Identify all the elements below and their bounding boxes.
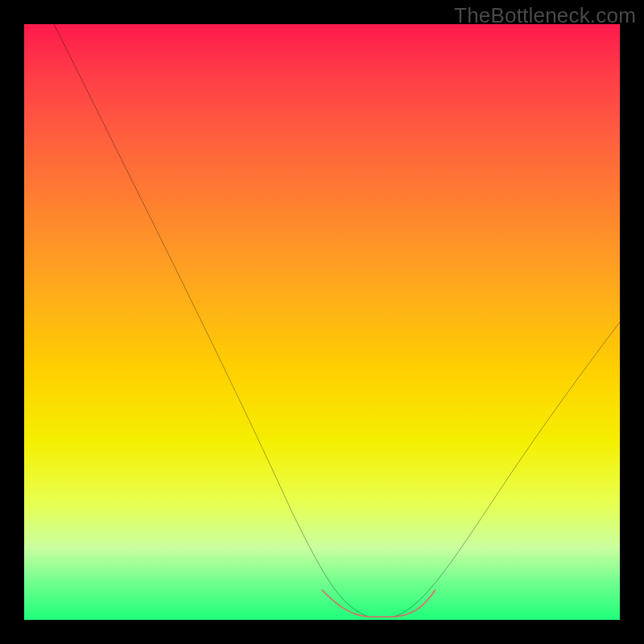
chart-frame: TheBottleneck.com xyxy=(0,0,644,644)
bottleneck-curve xyxy=(54,24,620,617)
attribution-text: TheBottleneck.com xyxy=(454,3,636,28)
optimal-segment xyxy=(322,590,436,617)
chart-svg xyxy=(24,24,620,620)
